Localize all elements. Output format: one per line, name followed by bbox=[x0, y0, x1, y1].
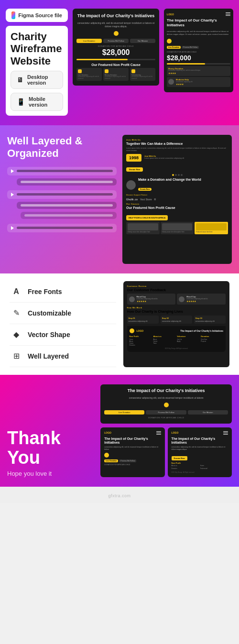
mobile-money-donation: Money Donation consectetur adipiscing el… bbox=[167, 66, 230, 87]
feedback-card-2: Moud Cap consectetur adipiscing elit sed… bbox=[177, 294, 226, 305]
hamburger-menu[interactable] bbox=[226, 12, 230, 16]
mobile-2-copyright: 2025 Sky Design. All Right reserved bbox=[172, 471, 228, 473]
features-right-preview: Customer Review Our Customer Feedback Mo… bbox=[123, 281, 230, 367]
layer-sub-2 bbox=[13, 202, 117, 222]
bottom-mobile-dot bbox=[104, 453, 109, 458]
layered-title: Well Layered & Organized bbox=[7, 135, 117, 160]
thank-you-title: Thank You bbox=[7, 428, 95, 469]
vector-label: Vector Shape bbox=[28, 331, 70, 338]
mobile-donation-label: DONATION FOR AFRICAN CHILD bbox=[167, 51, 230, 53]
feature-customizable: ✎ Customizable bbox=[10, 303, 116, 324]
mobile-nav: Live Donation Process We Follow bbox=[167, 46, 230, 49]
customizable-label: Customizable bbox=[28, 309, 71, 317]
yellow-dot bbox=[114, 31, 119, 36]
features-section: A Free Fonts ✎ Customizable ◆ Vector Sha… bbox=[0, 273, 239, 375]
feature-layered: ⊞ Well Layered bbox=[10, 346, 116, 367]
bottom-yellow-dot bbox=[164, 403, 169, 407]
mobile-nav-active[interactable]: Live Donation bbox=[167, 46, 181, 49]
bottom-donation-label: DONATION FOR AFRICAN CHILD bbox=[104, 416, 228, 419]
bottom-nav-pill-active[interactable]: Live Donation bbox=[104, 459, 118, 462]
top-banner: Figma Source file Charity Wireframe Webs… bbox=[0, 0, 239, 125]
feature-vector: ◆ Vector Shape bbox=[10, 324, 116, 346]
how-card-2: Step 02 consectetur adipiscing elit bbox=[161, 316, 192, 324]
bottom-nav-3[interactable]: Our Mission bbox=[188, 410, 228, 415]
how-card-3: Step 03 consectetur adipiscing elit bbox=[194, 316, 226, 324]
mobile-hero-desc: consectetur adipiscing elit, sed do eius… bbox=[167, 30, 230, 36]
nav-pill-2[interactable]: Process We Follow bbox=[103, 39, 129, 43]
feedback-card-1: Moud Cap consectetur adipiscing elit sed… bbox=[127, 294, 176, 305]
nav-pill-1[interactable]: Live Donation bbox=[76, 39, 102, 43]
feature-fonts: A Free Fonts bbox=[10, 281, 116, 303]
bottom-mobile-title: The Impact of Our Charity's Initiatives bbox=[104, 437, 161, 445]
how-card-1: Step 01 consectetur adipiscing elit bbox=[127, 316, 159, 324]
featured-title: Our Featured Non Profit Cause bbox=[76, 63, 155, 66]
donate-btn-2[interactable]: Donate Now bbox=[138, 188, 152, 191]
preview-nav: Live Donation Process We Follow Our Miss… bbox=[76, 39, 155, 43]
layered-left: Well Layered & Organized bbox=[7, 135, 117, 264]
figma-label: Figma Source file bbox=[18, 12, 62, 18]
layer-item-2 bbox=[7, 190, 117, 199]
bottom-hamburger[interactable] bbox=[156, 431, 161, 435]
features-list: A Free Fonts ✎ Customizable ◆ Vector Sha… bbox=[10, 281, 116, 367]
mobile-nav-2[interactable]: Process We Follow bbox=[182, 46, 199, 49]
mini-card-2: Money Donation consectetur adipiscing el… bbox=[103, 68, 129, 81]
desktop-version-badge: 🖥 Desktop version bbox=[11, 71, 63, 89]
bottom-mobile-1: LOGO The Impact of Our Charity's Initiat… bbox=[100, 427, 164, 478]
main-title: Charity Wireframe Website bbox=[11, 31, 63, 67]
layered-right-preview: Join With Us Together We Can Make a Diff… bbox=[122, 135, 232, 264]
year-badge: 1998 bbox=[126, 154, 141, 162]
mobile-logo: LOGO bbox=[167, 13, 174, 16]
layered-icon: ⊞ bbox=[10, 349, 23, 363]
btn-donate[interactable]: Donate Now bbox=[126, 164, 228, 172]
fonts-icon: A bbox=[10, 285, 23, 298]
customizable-icon: ✎ bbox=[10, 306, 23, 320]
features-preview-card: Customer Review Our Customer Feedback Mo… bbox=[123, 281, 230, 367]
mobile-2-btn[interactable]: Donate Now bbox=[172, 456, 187, 460]
bottom-banner: Thank You Hope you love it The Impact of… bbox=[0, 375, 239, 487]
bottom-nav-1[interactable]: Live Donation bbox=[104, 410, 144, 415]
partners-row: Ghulik .co Voci Store R bbox=[126, 198, 228, 201]
featured-cause-title: Our Featured Non Profit Cause bbox=[126, 206, 228, 210]
bottom-preview-cards: The Impact of Our Charity's Initiatives … bbox=[100, 384, 232, 477]
dot-nav bbox=[126, 174, 228, 176]
mini-card-1: Live Donation consectetur adipiscing eli… bbox=[76, 68, 102, 81]
figma-badge[interactable]: Figma Source file bbox=[6, 9, 68, 22]
mobile-icon: 📱 bbox=[17, 98, 25, 106]
layer-item-1 bbox=[7, 167, 117, 175]
cause-badge: HELP POOR & CHILD IN SOUTH AFRICA bbox=[126, 215, 168, 220]
mobile-version-badge: 📱 Mobile version bbox=[11, 93, 63, 111]
mobile-hero-title: The Impact of Our Charity's Initiatives bbox=[167, 18, 230, 28]
join-title: Together We Can Make a Difference bbox=[126, 142, 228, 146]
bottom-mobile-2: LOGO The Impact of Our Charity's Initiat… bbox=[168, 427, 232, 478]
donation-label: DONATION FOR AFRICAN CHILD bbox=[76, 45, 155, 47]
section-label-join: Join With Us bbox=[126, 139, 228, 141]
bottom-desktop-preview: The Impact of Our Charity's Initiatives … bbox=[100, 384, 232, 424]
mobile-progress bbox=[167, 63, 230, 65]
mobile-top-bar: LOGO bbox=[167, 12, 230, 16]
bottom-hamburger-2[interactable] bbox=[223, 431, 228, 435]
desktop-preview: The Impact of Our Charity's Initiatives … bbox=[73, 9, 159, 86]
bottom-nav-2[interactable]: Process We Follow bbox=[146, 410, 186, 415]
partner-label: Become Support Partner bbox=[126, 194, 228, 196]
bottom-preview-title: The Impact of Our Charity's Initiatives bbox=[104, 388, 228, 394]
feedback-cards: Moud Cap consectetur adipiscing elit sed… bbox=[127, 294, 226, 305]
monitor-icon: 🖥 bbox=[17, 76, 23, 84]
footer-grid: Non Profit Home About Cause Donation Abo… bbox=[130, 335, 224, 346]
bottom-nav-pill-2[interactable]: Process We Follow bbox=[119, 459, 136, 462]
nav-pill-3[interactable]: Our Mission bbox=[130, 39, 155, 43]
layer-sub-1 bbox=[13, 178, 117, 188]
footer-preview: LOGO The Impact of Our Charity's Initiat… bbox=[127, 326, 226, 352]
donation-section: Make a Donation and Change the World Don… bbox=[126, 178, 228, 192]
mobile-preview-top: LOGO The Impact of Our Charity's Initiat… bbox=[164, 9, 233, 92]
how-cards: Step 01 consectetur adipiscing elit Step… bbox=[127, 316, 226, 324]
layered-section: Well Layered & Organized bbox=[0, 125, 239, 273]
money-stars: ★★★★ bbox=[168, 72, 229, 75]
donation-amount: $28,000 bbox=[76, 48, 155, 57]
progress-bar bbox=[76, 59, 155, 60]
mobile-2-footer-nav: About us Home Donation Testimonial bbox=[172, 465, 228, 469]
our-causes-label: Our Causes bbox=[126, 203, 228, 205]
fonts-label: Free Fonts bbox=[28, 288, 62, 295]
layered-label: Well Layered bbox=[28, 352, 69, 360]
medicine-stars: ★★★★ bbox=[176, 83, 192, 86]
watermark-section: gfxtra.com bbox=[0, 487, 239, 503]
